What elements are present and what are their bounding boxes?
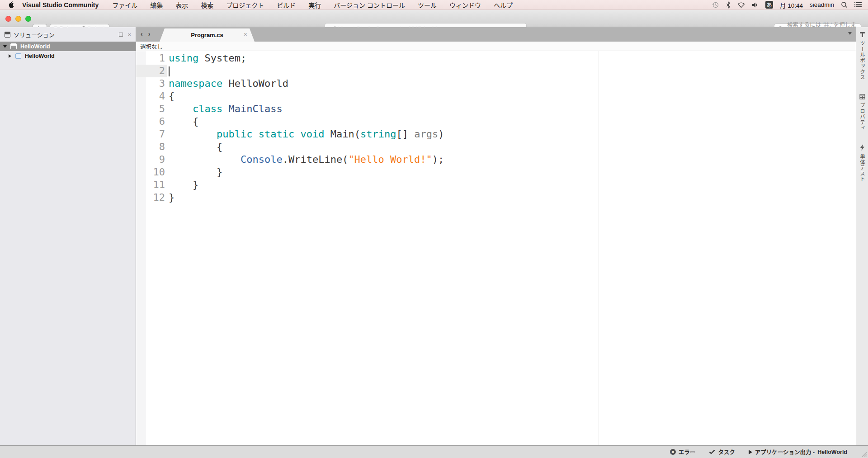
menubar-menu[interactable]: ツール	[418, 0, 437, 9]
project-name: HelloWorld	[25, 53, 55, 59]
tree-item-solution[interactable]: HelloWorld	[0, 42, 136, 51]
menubar-menu[interactable]: ビルド	[277, 0, 296, 9]
line-number[interactable]: 12	[136, 191, 167, 204]
chevron-right-icon[interactable]	[9, 54, 11, 58]
line-number[interactable]: 9	[136, 153, 167, 166]
navigate-back-icon[interactable]: ‹	[141, 31, 143, 37]
tasks-button[interactable]: タスク	[709, 448, 735, 456]
tab-list-dropdown-icon[interactable]	[848, 32, 852, 35]
output-icon	[749, 450, 752, 454]
spotlight-search-icon[interactable]	[841, 1, 848, 8]
menubar-menu[interactable]: バージョン コントロール	[334, 0, 405, 9]
tab-properties-label: プロパティ	[859, 103, 866, 131]
code-text: class MainClass	[167, 103, 283, 115]
solution-name: HelloWorld	[20, 43, 50, 50]
tasks-label: タスク	[718, 448, 735, 456]
code-text: }	[167, 191, 175, 204]
code-line[interactable]: 1using System;	[136, 52, 856, 65]
code-text: Console.WriteLine("Hello World!");	[167, 153, 444, 166]
errors-button[interactable]: ✕ エラー	[670, 448, 696, 456]
menubar-menu[interactable]: ファイル	[112, 0, 137, 9]
line-number[interactable]: 4	[136, 90, 167, 103]
line-number[interactable]: 10	[136, 166, 167, 179]
tab-unit-tests-label: 単体テスト	[859, 154, 866, 182]
code-line[interactable]: 12}	[136, 191, 856, 204]
tab-properties[interactable]: プロパティ	[859, 94, 866, 131]
code-line[interactable]: 8 {	[136, 141, 856, 153]
line-number[interactable]: 5	[136, 103, 167, 115]
code-line[interactable]: 11 }	[136, 179, 856, 191]
task-check-icon	[709, 449, 715, 454]
errors-label: エラー	[679, 448, 696, 456]
code-text: {	[167, 141, 222, 153]
menubar-menu[interactable]: 表示	[175, 0, 188, 9]
apple-icon[interactable]	[8, 1, 14, 8]
code-text: using System;	[167, 52, 246, 65]
line-number[interactable]: 6	[136, 115, 167, 128]
time-machine-icon[interactable]	[712, 1, 719, 9]
code-text: namespace HelloWorld	[167, 77, 288, 90]
line-number[interactable]: 2	[136, 65, 167, 77]
tab-toolbox[interactable]: ツールボックス	[859, 32, 866, 80]
bluetooth-icon[interactable]	[726, 1, 731, 9]
editor-tabbar: ‹ › Program.cs ×	[136, 27, 856, 42]
output-label: アプリケーション出力 -	[755, 448, 815, 456]
code-line[interactable]: 4{	[136, 90, 856, 103]
code-text	[167, 65, 170, 77]
close-tab-icon[interactable]: ×	[244, 31, 247, 38]
code-line[interactable]: 2	[136, 65, 856, 77]
solution-pad-header: ソリューション ×	[0, 27, 136, 42]
application-output-button[interactable]: アプリケーション出力 - HelloWorld	[749, 448, 847, 456]
resize-grip[interactable]	[860, 450, 867, 457]
volume-icon[interactable]	[752, 2, 759, 8]
code-line[interactable]: 5 class MainClass	[136, 103, 856, 115]
code-text: {	[167, 90, 175, 103]
menubar-menu[interactable]: ヘルプ	[494, 0, 513, 9]
zoom-window-button[interactable]	[25, 16, 31, 22]
navigate-forward-icon[interactable]: ›	[148, 31, 151, 37]
menubar-user[interactable]: sieadmin	[810, 1, 834, 8]
properties-icon	[859, 94, 865, 99]
menubar-clock[interactable]: 月 10:44	[780, 0, 803, 9]
close-window-button[interactable]	[5, 16, 11, 22]
dock-pad-icon[interactable]	[119, 33, 123, 37]
line-number[interactable]: 11	[136, 179, 167, 191]
project-icon	[15, 53, 21, 59]
code-line[interactable]: 6 {	[136, 115, 856, 128]
menubar-menu[interactable]: 実行	[308, 0, 321, 9]
tab-program-cs[interactable]: Program.cs ×	[160, 28, 255, 42]
code-text: }	[167, 179, 198, 191]
notification-center-icon[interactable]	[854, 2, 862, 8]
line-number[interactable]: 8	[136, 141, 167, 153]
error-icon: ✕	[670, 449, 676, 455]
tab-unit-tests[interactable]: 単体テスト	[859, 144, 866, 182]
menubar-menu[interactable]: 検索	[201, 0, 213, 9]
wifi-icon[interactable]	[737, 2, 745, 8]
input-method-badge[interactable]: あ	[765, 1, 773, 9]
minimize-window-button[interactable]	[15, 16, 21, 22]
menubar-app-name[interactable]: Visual Studio Community	[22, 1, 99, 9]
code-line[interactable]: 10 }	[136, 166, 856, 179]
menubar-menu[interactable]: プロジェクト	[226, 0, 264, 9]
code-lines: 1using System;23namespace HelloWorld4{5 …	[136, 52, 856, 204]
chevron-down-icon[interactable]	[3, 45, 7, 48]
solution-icon	[10, 43, 17, 49]
code-line[interactable]: 9 Console.WriteLine("Hello World!");	[136, 153, 856, 166]
line-number[interactable]: 7	[136, 128, 167, 141]
text-caret	[169, 66, 170, 76]
code-line[interactable]: 7 public static void Main(string[] args)	[136, 128, 856, 141]
statusbar: ✕ エラー タスク アプリケーション出力 - HelloWorld	[0, 445, 868, 458]
menubar-menu[interactable]: ウィンドウ	[449, 0, 481, 9]
close-pad-icon[interactable]: ×	[127, 32, 131, 38]
menubar-menus: ファイル編集表示検索プロジェクトビルド実行バージョン コントロールツールウィンド…	[112, 0, 513, 9]
code-line[interactable]: 3namespace HelloWorld	[136, 77, 856, 90]
solution-pad: ソリューション × HelloWorld HelloWorld	[0, 27, 136, 445]
code-text: {	[167, 115, 198, 128]
menubar-menu[interactable]: 編集	[150, 0, 163, 9]
code-editor[interactable]: 1using System;23namespace HelloWorld4{5 …	[136, 51, 856, 445]
tree-item-project[interactable]: HelloWorld	[0, 51, 136, 61]
breadcrumb[interactable]: 選択なし	[136, 42, 856, 51]
line-number[interactable]: 3	[136, 77, 167, 90]
line-number[interactable]: 1	[136, 52, 167, 65]
code-text: public static void Main(string[] args)	[167, 128, 444, 141]
